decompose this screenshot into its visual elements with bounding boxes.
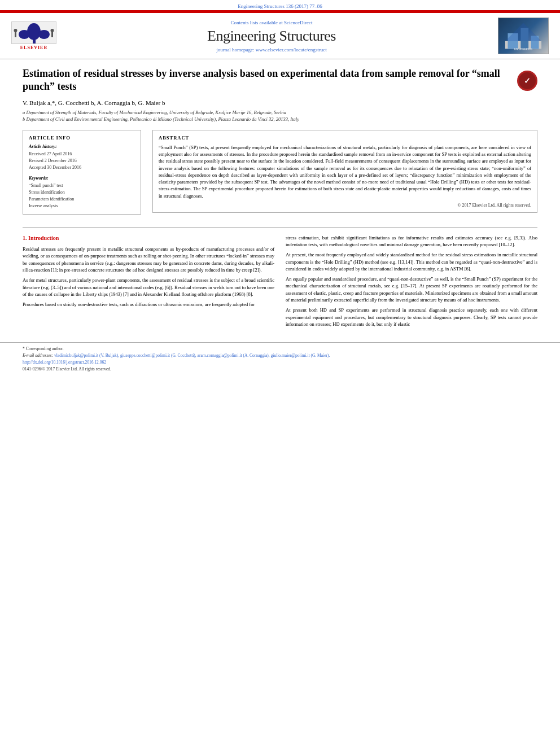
article-info-box: ARTICLE INFO Article history: Received 2… bbox=[23, 130, 141, 215]
contents-line: Contents lists available at ScienceDirec… bbox=[56, 20, 487, 25]
elsevier-label: ELSEVIER bbox=[20, 45, 47, 50]
abstract-column: ABSTRACT “Small Punch” (SP) tests, at pr… bbox=[152, 130, 537, 220]
article-title-section: Estimation of residual stresses by inver… bbox=[23, 67, 537, 94]
engineering-structures-logo: ENGINEERING STRUCTURES bbox=[498, 18, 549, 54]
article-history-items: Received 27 April 2016 Revised 2 Decembe… bbox=[29, 151, 135, 171]
journal-logo-right: ENGINEERING STRUCTURES bbox=[487, 18, 549, 54]
keyword-4: Inverse analysis bbox=[29, 203, 135, 209]
affiliation-a: a Department of Strength of Materials, F… bbox=[23, 110, 537, 116]
intro-right-para-1: stress estimation, but exhibit significa… bbox=[286, 234, 537, 248]
introduction-col-right: stress estimation, but exhibit significa… bbox=[286, 234, 537, 331]
article-title: Estimation of residual stresses by inver… bbox=[23, 67, 517, 94]
journal-homepage: journal homepage: www.elsevier.com/locat… bbox=[56, 47, 487, 53]
journal-reference: Engineering Structures 136 (2017) 77–86 bbox=[0, 0, 560, 10]
crossmark-icon[interactable]: ✓ bbox=[517, 71, 537, 91]
intro-right-para-4: At present both HD and SP experiments ar… bbox=[286, 307, 537, 327]
journal-header-center: Contents lists available at ScienceDirec… bbox=[56, 20, 487, 53]
svg-point-5 bbox=[14, 29, 17, 32]
elsevier-logo-image bbox=[11, 21, 56, 44]
intro-para-2: As for metal structures, particularly po… bbox=[23, 277, 274, 298]
article-info-title: ARTICLE INFO bbox=[29, 135, 135, 141]
corresponding-author-note: * Corresponding author. bbox=[23, 346, 537, 351]
introduction-section: 1. Introduction Residual stresses are fr… bbox=[23, 234, 537, 331]
eng-struct-logo-svg: ENGINEERING STRUCTURES bbox=[501, 20, 546, 51]
authors: V. Buljak a,*, G. Cocchetti b, A. Cornag… bbox=[23, 99, 537, 106]
svg-rect-4 bbox=[15, 32, 16, 37]
svg-text:✓: ✓ bbox=[524, 76, 531, 85]
svg-marker-12 bbox=[505, 23, 541, 41]
footer-section: * Corresponding author. E-mail addresses… bbox=[0, 342, 560, 372]
article-history-label: Article history: bbox=[29, 144, 135, 149]
affiliation-b: b Department of Civil and Environmental … bbox=[23, 116, 537, 123]
svg-point-1 bbox=[27, 23, 41, 40]
intro-para-1: Residual stresses are frequently present… bbox=[23, 246, 274, 273]
history-received: Received 27 April 2016 bbox=[29, 151, 135, 158]
keywords-items: “Small punch” test Stress identification… bbox=[29, 182, 135, 209]
article-info-abstract-row: ARTICLE INFO Article history: Received 2… bbox=[23, 130, 537, 220]
history-accepted: Accepted 30 December 2016 bbox=[29, 164, 135, 171]
intro-right-para-2: At present, the most frequently employed… bbox=[286, 251, 537, 272]
introduction-col-left: 1. Introduction Residual stresses are fr… bbox=[23, 234, 274, 331]
svg-text:ENGINEERING: ENGINEERING bbox=[514, 48, 532, 51]
keywords-label: Keywords: bbox=[29, 176, 135, 181]
abstract-box: ABSTRACT “Small Punch” (SP) tests, at pr… bbox=[152, 130, 537, 213]
elsevier-tree-svg bbox=[13, 21, 55, 44]
svg-point-2 bbox=[19, 30, 30, 39]
abstract-text: “Small Punch” (SP) tests, at present fre… bbox=[159, 144, 531, 200]
svg-point-3 bbox=[38, 30, 50, 39]
main-content: Estimation of residual stresses by inver… bbox=[0, 59, 560, 337]
history-revised: Revised 2 December 2016 bbox=[29, 158, 135, 164]
journal-title: Engineering Structures bbox=[56, 28, 487, 45]
svg-rect-6 bbox=[51, 32, 53, 37]
issn-note: 0141-0296/© 2017 Elsevier Ltd. All right… bbox=[23, 366, 537, 372]
keyword-1: “Small punch” test bbox=[29, 182, 135, 189]
copyright-line: © 2017 Elsevier Ltd. All rights reserved… bbox=[159, 203, 531, 208]
journal-header: ELSEVIER Contents lists available at Sci… bbox=[0, 12, 560, 59]
keyword-2: Stress identification bbox=[29, 189, 135, 196]
svg-point-7 bbox=[50, 29, 54, 32]
section-title-introduction: 1. Introduction bbox=[23, 234, 274, 243]
doi-note: http://dx.doi.org/10.1016/j.engstruct.20… bbox=[23, 360, 537, 365]
article-info-column: ARTICLE INFO Article history: Received 2… bbox=[23, 130, 141, 220]
section-divider bbox=[23, 227, 537, 228]
affiliations: a Department of Strength of Materials, F… bbox=[23, 110, 537, 123]
intro-right-para-3: An equally popular and standardised proc… bbox=[286, 276, 537, 303]
abstract-title: ABSTRACT bbox=[159, 135, 531, 141]
intro-para-3: Procedures based on strictly non-destruc… bbox=[23, 301, 274, 308]
email-note: E-mail addresses: vladimir.buljak@polimi… bbox=[23, 353, 537, 358]
elsevier-logo: ELSEVIER bbox=[11, 21, 56, 50]
keyword-3: Parameters identification bbox=[29, 196, 135, 203]
